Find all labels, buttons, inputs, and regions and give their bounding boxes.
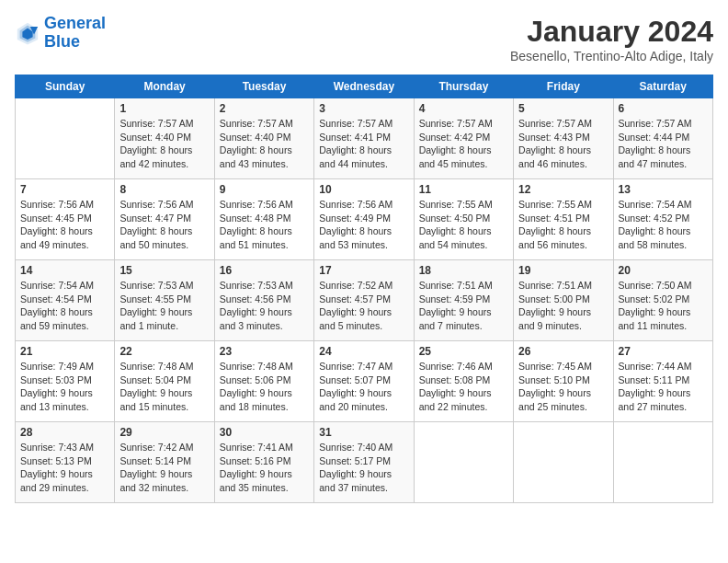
day-header-sunday: Sunday [16,75,115,98]
calendar-cell: 2Sunrise: 7:57 AMSunset: 4:40 PMDaylight… [214,98,313,179]
day-number: 6 [619,102,708,115]
calendar-cell: 5Sunrise: 7:57 AMSunset: 4:43 PMDaylight… [514,98,613,179]
calendar-cell: 19Sunrise: 7:51 AMSunset: 5:00 PMDayligh… [514,260,613,341]
calendar-cell: 13Sunrise: 7:54 AMSunset: 4:52 PMDayligh… [613,179,712,260]
calendar-cell: 20Sunrise: 7:50 AMSunset: 5:02 PMDayligh… [613,260,712,341]
day-number: 21 [20,345,109,358]
week-row-4: 21Sunrise: 7:49 AMSunset: 5:03 PMDayligh… [16,341,713,422]
week-row-2: 7Sunrise: 7:56 AMSunset: 4:45 PMDaylight… [16,179,713,260]
calendar-cell: 15Sunrise: 7:53 AMSunset: 4:55 PMDayligh… [115,260,214,341]
logo-icon [15,20,40,46]
calendar-cell: 30Sunrise: 7:41 AMSunset: 5:16 PMDayligh… [214,422,313,503]
day-number: 30 [220,426,309,439]
calendar-cell: 16Sunrise: 7:53 AMSunset: 4:56 PMDayligh… [214,260,313,341]
day-number: 22 [119,345,209,358]
calendar-cell [514,422,613,503]
calendar-cell: 4Sunrise: 7:57 AMSunset: 4:42 PMDaylight… [414,98,513,179]
day-number: 8 [119,183,209,196]
page-header: General Blue January 2024 Besenello, Tre… [15,15,713,63]
day-info: Sunrise: 7:53 AMSunset: 4:56 PMDaylight:… [220,279,309,333]
calendar-cell: 18Sunrise: 7:51 AMSunset: 4:59 PMDayligh… [414,260,513,341]
day-header-saturday: Saturday [613,75,712,98]
calendar-cell: 22Sunrise: 7:48 AMSunset: 5:04 PMDayligh… [115,341,214,422]
calendar-cell: 24Sunrise: 7:47 AMSunset: 5:07 PMDayligh… [314,341,414,422]
day-number: 24 [319,345,408,358]
calendar-cell: 31Sunrise: 7:40 AMSunset: 5:17 PMDayligh… [314,422,414,503]
calendar-cell: 26Sunrise: 7:45 AMSunset: 5:10 PMDayligh… [514,341,613,422]
day-info: Sunrise: 7:48 AMSunset: 5:06 PMDaylight:… [220,360,309,414]
calendar-cell: 3Sunrise: 7:57 AMSunset: 4:41 PMDaylight… [314,98,414,179]
calendar-cell: 27Sunrise: 7:44 AMSunset: 5:11 PMDayligh… [613,341,712,422]
calendar-title: January 2024 [510,15,713,49]
day-number: 5 [518,102,608,115]
day-number: 31 [319,426,408,439]
day-info: Sunrise: 7:46 AMSunset: 5:08 PMDaylight:… [419,360,508,414]
day-number: 23 [220,345,309,358]
calendar-cell: 17Sunrise: 7:52 AMSunset: 4:57 PMDayligh… [314,260,414,341]
day-info: Sunrise: 7:44 AMSunset: 5:11 PMDaylight:… [619,360,708,414]
week-row-3: 14Sunrise: 7:54 AMSunset: 4:54 PMDayligh… [16,260,713,341]
calendar-cell: 9Sunrise: 7:56 AMSunset: 4:48 PMDaylight… [214,179,313,260]
day-info: Sunrise: 7:55 AMSunset: 4:51 PMDaylight:… [518,198,608,252]
day-info: Sunrise: 7:41 AMSunset: 5:16 PMDaylight:… [220,441,309,495]
calendar-cell: 7Sunrise: 7:56 AMSunset: 4:45 PMDaylight… [16,179,115,260]
day-number: 20 [619,264,708,277]
week-row-5: 28Sunrise: 7:43 AMSunset: 5:13 PMDayligh… [16,422,713,503]
calendar-cell [16,98,115,179]
day-number: 25 [419,345,508,358]
day-number: 14 [20,264,109,277]
day-info: Sunrise: 7:57 AMSunset: 4:43 PMDaylight:… [518,117,608,171]
calendar-header-row: SundayMondayTuesdayWednesdayThursdayFrid… [16,75,713,98]
calendar-cell [613,422,712,503]
day-info: Sunrise: 7:56 AMSunset: 4:48 PMDaylight:… [220,198,309,252]
day-number: 12 [518,183,608,196]
day-info: Sunrise: 7:57 AMSunset: 4:40 PMDaylight:… [119,117,209,171]
day-info: Sunrise: 7:43 AMSunset: 5:13 PMDaylight:… [20,441,109,495]
day-info: Sunrise: 7:57 AMSunset: 4:44 PMDaylight:… [619,117,708,171]
calendar-cell: 8Sunrise: 7:56 AMSunset: 4:47 PMDaylight… [115,179,214,260]
calendar-cell: 25Sunrise: 7:46 AMSunset: 5:08 PMDayligh… [414,341,513,422]
day-number: 3 [319,102,408,115]
day-number: 27 [619,345,708,358]
calendar-cell: 29Sunrise: 7:42 AMSunset: 5:14 PMDayligh… [115,422,214,503]
calendar-cell: 14Sunrise: 7:54 AMSunset: 4:54 PMDayligh… [16,260,115,341]
day-number: 26 [518,345,608,358]
day-number: 29 [119,426,209,439]
day-number: 28 [20,426,109,439]
day-header-wednesday: Wednesday [314,75,414,98]
calendar-cell: 10Sunrise: 7:56 AMSunset: 4:49 PMDayligh… [314,179,414,260]
day-info: Sunrise: 7:51 AMSunset: 5:00 PMDaylight:… [518,279,608,333]
day-info: Sunrise: 7:57 AMSunset: 4:41 PMDaylight:… [319,117,408,171]
day-info: Sunrise: 7:57 AMSunset: 4:40 PMDaylight:… [220,117,309,171]
calendar-subtitle: Besenello, Trentino-Alto Adige, Italy [510,49,713,63]
day-info: Sunrise: 7:53 AMSunset: 4:55 PMDaylight:… [119,279,209,333]
calendar-title-block: January 2024 Besenello, Trentino-Alto Ad… [510,15,713,63]
day-number: 10 [319,183,408,196]
day-info: Sunrise: 7:47 AMSunset: 5:07 PMDaylight:… [319,360,408,414]
day-info: Sunrise: 7:54 AMSunset: 4:54 PMDaylight:… [20,279,109,333]
day-info: Sunrise: 7:48 AMSunset: 5:04 PMDaylight:… [119,360,209,414]
week-row-1: 1Sunrise: 7:57 AMSunset: 4:40 PMDaylight… [16,98,713,179]
day-number: 17 [319,264,408,277]
logo: General Blue [15,15,106,52]
day-number: 9 [220,183,309,196]
day-header-thursday: Thursday [414,75,513,98]
calendar-table: SundayMondayTuesdayWednesdayThursdayFrid… [15,75,713,503]
day-info: Sunrise: 7:45 AMSunset: 5:10 PMDaylight:… [518,360,608,414]
day-info: Sunrise: 7:54 AMSunset: 4:52 PMDaylight:… [619,198,708,252]
calendar-cell: 6Sunrise: 7:57 AMSunset: 4:44 PMDaylight… [613,98,712,179]
day-header-tuesday: Tuesday [214,75,313,98]
day-info: Sunrise: 7:57 AMSunset: 4:42 PMDaylight:… [419,117,508,171]
day-header-monday: Monday [115,75,214,98]
day-info: Sunrise: 7:51 AMSunset: 4:59 PMDaylight:… [419,279,508,333]
day-number: 16 [220,264,309,277]
calendar-cell: 28Sunrise: 7:43 AMSunset: 5:13 PMDayligh… [16,422,115,503]
calendar-cell: 23Sunrise: 7:48 AMSunset: 5:06 PMDayligh… [214,341,313,422]
day-info: Sunrise: 7:56 AMSunset: 4:47 PMDaylight:… [119,198,209,252]
day-number: 2 [220,102,309,115]
day-info: Sunrise: 7:49 AMSunset: 5:03 PMDaylight:… [20,360,109,414]
calendar-cell: 12Sunrise: 7:55 AMSunset: 4:51 PMDayligh… [514,179,613,260]
calendar-cell: 1Sunrise: 7:57 AMSunset: 4:40 PMDaylight… [115,98,214,179]
day-info: Sunrise: 7:56 AMSunset: 4:45 PMDaylight:… [20,198,109,252]
day-info: Sunrise: 7:56 AMSunset: 4:49 PMDaylight:… [319,198,408,252]
